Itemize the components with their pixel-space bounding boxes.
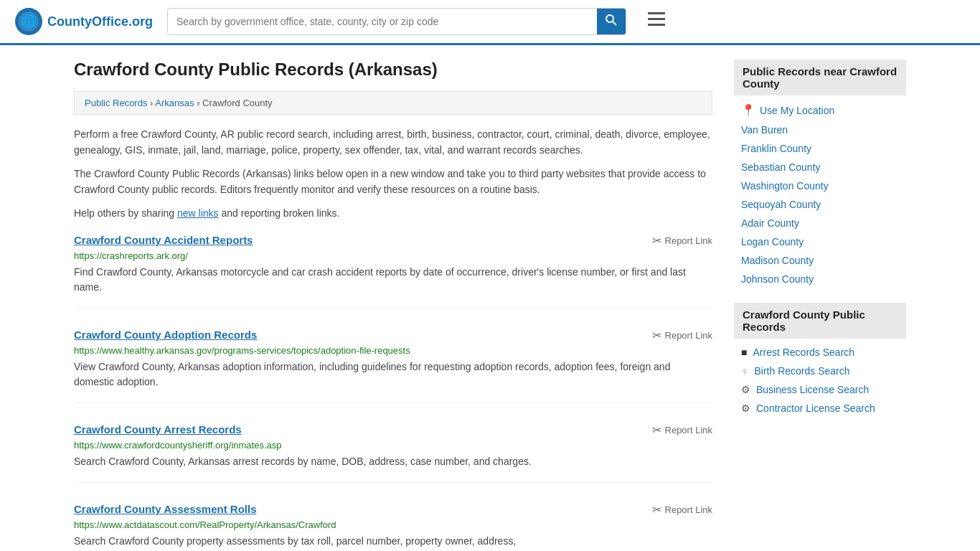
- breadcrumb-current: Crawford County: [202, 98, 273, 108]
- sidebar-item-sebastian-county[interactable]: Sebastian County: [734, 158, 906, 176]
- record-item: Crawford County Accident Reports ✂ Repor…: [74, 234, 712, 309]
- svg-text:🌐: 🌐: [21, 14, 37, 29]
- logo-text: CountyOffice.org: [47, 14, 153, 29]
- report-link-assessment[interactable]: ✂ Report Link: [652, 503, 712, 517]
- sidebar: Public Records near Crawford County 📍 Us…: [734, 60, 906, 551]
- page-title: Crawford County Public Records (Arkansas…: [74, 60, 712, 80]
- sidebar-arrest-records[interactable]: ■ Arrest Records Search: [734, 343, 906, 362]
- search-input[interactable]: [168, 10, 597, 33]
- record-url-accident: https://crashreports.ark.org/: [74, 250, 712, 261]
- breadcrumb-arkansas[interactable]: Arkansas: [155, 98, 194, 108]
- sidebar-item-logan-county[interactable]: Logan County: [734, 232, 906, 251]
- description-block: Perform a free Crawford County, AR publi…: [74, 126, 712, 221]
- records-section: Crawford County Public Records ■ Arrest …: [734, 303, 906, 418]
- contractor-icon: ⚙: [741, 402, 750, 414]
- report-icon: ✂: [652, 423, 661, 437]
- description-3: Help others by sharing new links and rep…: [74, 205, 712, 221]
- svg-rect-7: [648, 24, 665, 26]
- svg-line-4: [613, 22, 616, 25]
- logo[interactable]: 🌐 CountyOffice.org: [14, 7, 153, 36]
- report-icon: ✂: [652, 329, 661, 342]
- location-icon: 📍: [741, 103, 755, 117]
- sidebar-item-madison-county[interactable]: Madison County: [734, 251, 906, 270]
- records-list: Crawford County Accident Reports ✂ Repor…: [74, 234, 712, 551]
- description-1: Perform a free Crawford County, AR publi…: [74, 126, 712, 159]
- search-button[interactable]: [597, 9, 626, 34]
- record-url-adoption: https://www.healthy.arkansas.gov/program…: [74, 345, 712, 356]
- record-title-accident[interactable]: Crawford County Accident Reports: [74, 234, 253, 246]
- nearby-section: Public Records near Crawford County 📍 Us…: [734, 60, 906, 288]
- sidebar-business-license[interactable]: ⚙ Business License Search: [734, 380, 906, 399]
- record-desc-adoption: View Crawford County, Arkansas adoption …: [74, 359, 712, 390]
- search-bar: [167, 8, 626, 35]
- report-link-accident[interactable]: ✂ Report Link: [652, 234, 712, 248]
- record-url-arrest: https://www.crawfordcountysheriff.org/in…: [74, 440, 712, 451]
- breadcrumb-sep-2: ›: [197, 98, 202, 108]
- use-my-location[interactable]: 📍 Use My Location: [734, 100, 906, 121]
- record-desc-accident: Find Crawford County, Arkansas motorcycl…: [74, 265, 712, 295]
- description-2: The Crawford County Public Records (Arka…: [74, 166, 712, 198]
- sidebar-item-adair-county[interactable]: Adair County: [734, 214, 906, 232]
- business-icon: ⚙: [741, 384, 750, 395]
- new-links-link[interactable]: new links: [177, 207, 219, 219]
- nearby-section-title: Public Records near Crawford County: [734, 60, 906, 95]
- logo-icon: 🌐: [14, 7, 43, 36]
- record-item: Crawford County Assessment Rolls ✂ Repor…: [74, 503, 712, 551]
- sidebar-item-johnson-county[interactable]: Johnson County: [734, 270, 906, 288]
- arrest-icon: ■: [741, 347, 747, 358]
- record-title-arrest[interactable]: Crawford County Arrest Records: [74, 423, 242, 435]
- report-icon: ✂: [652, 503, 661, 517]
- breadcrumb: Public Records › Arkansas › Crawford Cou…: [74, 91, 712, 115]
- sidebar-item-washington-county[interactable]: Washington County: [734, 176, 906, 195]
- record-url-assessment: https://www.actdatascout.com/RealPropert…: [74, 519, 712, 530]
- record-title-assessment[interactable]: Crawford County Assessment Rolls: [74, 503, 257, 515]
- report-link-adoption[interactable]: ✂ Report Link: [652, 329, 712, 342]
- record-title-adoption[interactable]: Crawford County Adoption Records: [74, 329, 257, 341]
- sidebar-item-van-buren[interactable]: Van Buren: [734, 121, 906, 139]
- sidebar-birth-records[interactable]: ♀ Birth Records Search: [734, 362, 906, 380]
- sidebar-item-sequoyah-county[interactable]: Sequoyah County: [734, 195, 906, 214]
- report-icon: ✂: [652, 234, 661, 248]
- sidebar-contractor-license[interactable]: ⚙ Contractor License Search: [734, 399, 906, 418]
- report-link-arrest[interactable]: ✂ Report Link: [652, 423, 712, 437]
- sidebar-item-franklin-county[interactable]: Franklin County: [734, 139, 906, 158]
- breadcrumb-public-records[interactable]: Public Records: [85, 98, 147, 108]
- svg-point-3: [606, 15, 613, 22]
- record-desc-arrest: Search Crawford County, Arkansas arrest …: [74, 454, 712, 469]
- svg-rect-5: [648, 12, 665, 14]
- svg-rect-6: [648, 18, 665, 20]
- hamburger-menu-icon[interactable]: [648, 12, 665, 31]
- record-item: Crawford County Arrest Records ✂ Report …: [74, 423, 712, 483]
- records-section-title: Crawford County Public Records: [734, 303, 906, 339]
- birth-icon: ♀: [741, 365, 749, 377]
- record-desc-assessment: Search Crawford County property assessme…: [74, 534, 712, 549]
- record-item: Crawford County Adoption Records ✂ Repor…: [74, 329, 712, 403]
